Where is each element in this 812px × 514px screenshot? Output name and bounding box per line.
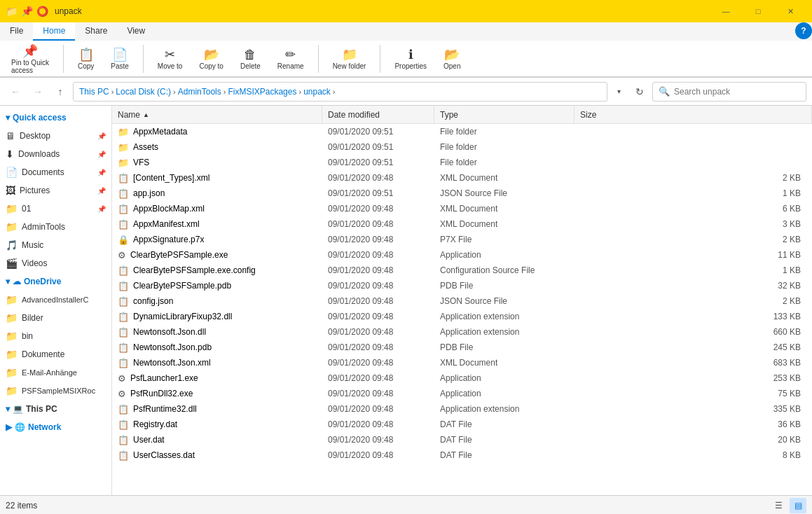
close-button[interactable]: ✕: [774, 0, 806, 22]
file-name: Newtonsoft.Json.pdb: [133, 342, 212, 352]
path-sep-5: ›: [333, 88, 336, 96]
tab-view[interactable]: View: [117, 22, 155, 41]
back-button[interactable]: ←: [6, 82, 25, 102]
new-folder-button[interactable]: 📁 New folder: [327, 44, 372, 73]
sidebar-item-videos[interactable]: 🎬 Videos: [0, 254, 111, 272]
onedrive-expand: ▾: [6, 277, 10, 286]
file-size-cell: 3 KB: [574, 219, 812, 229]
sidebar-item-music[interactable]: 🎵 Music: [0, 236, 111, 254]
col-header-size[interactable]: Size: [574, 106, 812, 123]
copy-to-button[interactable]: 📂 Copy to: [193, 44, 228, 73]
tab-share[interactable]: Share: [75, 22, 117, 41]
col-header-type[interactable]: Type: [434, 106, 574, 123]
table-row[interactable]: 📁 AppxMetadata 09/01/2020 09:51 File fol…: [112, 124, 812, 139]
sidebar-item-pictures[interactable]: 🖼 Pictures 📌: [0, 181, 111, 200]
rename-button[interactable]: ✏ Rename: [272, 44, 310, 73]
table-row[interactable]: 🔒 AppxSignature.p7x 09/01/2020 09:48 P7X…: [112, 232, 812, 247]
folder-01-icon: 📁: [6, 203, 18, 214]
properties-button[interactable]: ℹ Properties: [389, 44, 432, 73]
table-row[interactable]: ⚙ ClearBytePSFSample.exe 09/01/2020 09:4…: [112, 247, 812, 263]
refresh-button[interactable]: ↻: [630, 82, 649, 102]
file-size-cell: 20 KB: [574, 435, 812, 445]
table-row[interactable]: 📋 User.dat 09/01/2020 09:48 DAT File 20 …: [112, 432, 812, 447]
sidebar-item-downloads[interactable]: ⬇ Downloads 📌: [0, 145, 111, 163]
maximize-button[interactable]: □: [742, 0, 774, 22]
sidebar-item-01[interactable]: 📁 01 📌: [0, 200, 111, 218]
table-row[interactable]: 📋 AppxManifest.xml 09/01/2020 09:48 XML …: [112, 216, 812, 232]
sidebar-item-dokumente[interactable]: 📁 Dokumente: [0, 345, 111, 363]
table-row[interactable]: 📋 ClearBytePSFSample.exe.config 09/01/20…: [112, 263, 812, 278]
table-row[interactable]: 📋 app.json 09/01/2020 09:51 JSON Source …: [112, 186, 812, 201]
tab-home[interactable]: Home: [33, 22, 75, 41]
file-name: AppxManifest.xml: [133, 219, 200, 229]
file-date-cell: 09/01/2020 09:48: [322, 296, 434, 306]
path-localdisk[interactable]: Local Disk (C:): [116, 87, 171, 97]
delete-button[interactable]: 🗑 Delete: [235, 45, 266, 73]
table-row[interactable]: 📋 Newtonsoft.Json.dll 09/01/2020 09:48 A…: [112, 324, 812, 340]
file-date-cell: 09/01/2020 09:48: [322, 265, 434, 275]
forward-button[interactable]: →: [28, 82, 48, 102]
table-row[interactable]: 📋 config.json 09/01/2020 09:48 JSON Sour…: [112, 293, 812, 309]
titlebar: 📁 📌 ⭕ unpack — □ ✕: [0, 0, 812, 22]
sidebar-label-pictures: Pictures: [20, 186, 93, 195]
table-row[interactable]: 📁 Assets 09/01/2020 09:51 File folder: [112, 139, 812, 155]
sidebar-item-psfsample[interactable]: 📁 PSFSampleMSIXRoc: [0, 382, 111, 400]
paste-icon: 📄: [112, 47, 128, 62]
address-dropdown[interactable]: ▾: [610, 82, 627, 102]
up-button[interactable]: ↑: [50, 82, 70, 102]
table-row[interactable]: 📋 AppxBlockMap.xml 09/01/2020 09:48 XML …: [112, 201, 812, 216]
onedrive-header[interactable]: ▾ ☁ OneDrive: [0, 272, 111, 291]
col-header-name[interactable]: Name ▲: [112, 106, 322, 123]
table-row[interactable]: 📋 PsfRuntime32.dll 09/01/2020 09:48 Appl…: [112, 401, 812, 417]
table-row[interactable]: 📁 VFS 09/01/2020 09:51 File folder: [112, 155, 812, 170]
file-type-cell: Application: [434, 373, 574, 383]
sidebar-item-advancedinstaller[interactable]: 📁 AdvancedInstallerC: [0, 291, 111, 309]
pin-icon: 📌: [22, 43, 38, 59]
table-row[interactable]: 📋 DynamicLibraryFixup32.dll 09/01/2020 0…: [112, 309, 812, 324]
move-to-button[interactable]: ✂ Move to: [152, 44, 188, 73]
col-header-date[interactable]: Date modified: [322, 106, 434, 123]
quick-access-header[interactable]: ▾ Quick access: [0, 109, 111, 127]
file-name-cell: 📋 PsfRuntime32.dll: [112, 404, 322, 415]
path-thispc[interactable]: This PC: [79, 87, 109, 97]
pin-to-quick-access-button[interactable]: 📌 Pin to Quickaccess: [6, 41, 55, 77]
thispc-header[interactable]: ▾ 💻 This PC: [0, 400, 111, 418]
sidebar-item-desktop[interactable]: 🖥 Desktop 📌: [0, 127, 111, 145]
sidebar-item-admintools[interactable]: 📁 AdminTools: [0, 218, 111, 236]
address-path[interactable]: This PC › Local Disk (C:) › AdminTools ›…: [73, 82, 607, 102]
sidebar-item-documents[interactable]: 📄 Documents 📌: [0, 163, 111, 181]
sidebar-item-bilder[interactable]: 📁 Bilder: [0, 309, 111, 327]
sidebar-label-music: Music: [22, 240, 106, 250]
search-box[interactable]: 🔍: [652, 82, 806, 102]
path-admintools[interactable]: AdminTools: [178, 87, 221, 97]
table-row[interactable]: 📋 Registry.dat 09/01/2020 09:48 DAT File…: [112, 417, 812, 432]
details-view-button[interactable]: ☰: [770, 498, 787, 513]
quick-access-expand: ▾: [6, 113, 10, 123]
table-row[interactable]: 📋 [Content_Types].xml 09/01/2020 09:48 X…: [112, 170, 812, 186]
file-date-cell: 09/01/2020 09:48: [322, 435, 434, 445]
copy-button[interactable]: 📋 Copy: [72, 44, 99, 73]
table-row[interactable]: ⚙ PsfRunDll32.exe 09/01/2020 09:48 Appli…: [112, 386, 812, 401]
table-row[interactable]: 📋 ClearBytePSFSample.pdb 09/01/2020 09:4…: [112, 278, 812, 293]
list-view-button[interactable]: ▤: [790, 498, 806, 513]
table-row[interactable]: 📋 Newtonsoft.Json.pdb 09/01/2020 09:48 P…: [112, 340, 812, 355]
sidebar-item-bin[interactable]: 📁 bin: [0, 327, 111, 345]
paste-button[interactable]: 📄 Paste: [105, 44, 135, 73]
network-header[interactable]: ▶ 🌐 Network: [0, 418, 111, 436]
table-row[interactable]: ⚙ PsfLauncher1.exe 09/01/2020 09:48 Appl…: [112, 370, 812, 386]
tab-file[interactable]: File: [0, 22, 33, 41]
ribbon-commands: 📌 Pin to Quickaccess 📋 Copy 📄 Paste ✂ Mo…: [0, 41, 812, 77]
pin-label: Pin to Quickaccess: [11, 59, 49, 74]
file-name-cell: 📋 Newtonsoft.Json.xml: [112, 358, 322, 368]
file-name-cell: 📋 DynamicLibraryFixup32.dll: [112, 312, 322, 322]
open-button[interactable]: 📂 Open: [438, 44, 466, 73]
table-row[interactable]: 📋 Newtonsoft.Json.xml 09/01/2020 09:48 X…: [112, 355, 812, 370]
path-fixmsix[interactable]: FixMSIXPackages: [228, 87, 296, 97]
sidebar-item-email[interactable]: 📁 E-Mail-Anhänge: [0, 363, 111, 382]
minimize-button[interactable]: —: [710, 0, 742, 22]
table-row[interactable]: 📋 UserClasses.dat 09/01/2020 09:48 DAT F…: [112, 447, 812, 463]
help-button[interactable]: ?: [795, 22, 812, 39]
path-unpack[interactable]: unpack: [303, 87, 331, 97]
search-input[interactable]: [674, 87, 793, 97]
file-size-cell: 2 KB: [574, 296, 812, 306]
